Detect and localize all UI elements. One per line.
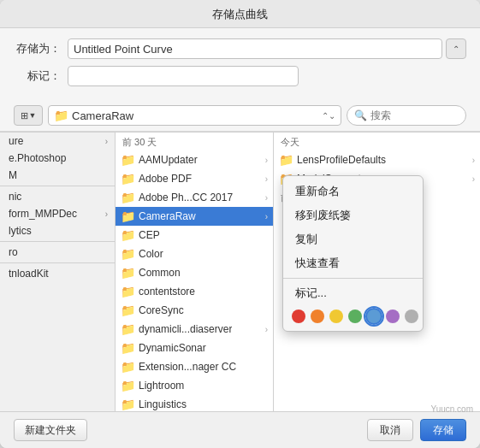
ctx-rename[interactable]: 重新命名 <box>283 180 423 203</box>
mid-item-linguistics-label: Linguistics <box>139 398 187 410</box>
mid-item-contentstore-label: contentstore <box>139 286 195 298</box>
mid-item-cameraraw-label: CameraRaw <box>139 210 196 222</box>
left-item-photoshop[interactable]: e.Photoshop <box>0 150 115 167</box>
mid-item-aamupdater[interactable]: 📁 AAMUpdater › <box>116 150 273 169</box>
chevron-down-icon: ▼ <box>29 111 37 120</box>
folder-icon-lightroom: 📁 <box>121 379 135 392</box>
folder-icon-cameraraw: 📁 <box>121 209 135 223</box>
folder-icon-color: 📁 <box>121 247 135 261</box>
title-bar: 存储点曲线 <box>0 0 480 28</box>
dot-green[interactable] <box>348 309 362 323</box>
grid-icon: ⊞ <box>21 110 28 121</box>
mid-item-extension[interactable]: 📁 Extension...nager CC <box>116 357 273 376</box>
folder-icon-extension: 📁 <box>121 360 135 374</box>
bottom-bar: 新建文件夹 取消 存储 <box>0 411 480 448</box>
mid-item-dynamicli[interactable]: 📁 dynamicli...diaserver › <box>116 320 273 339</box>
arrow-icon-2: › <box>105 209 108 219</box>
arrow-modelsupport: › <box>472 174 475 184</box>
left-item-ro[interactable]: ro <box>0 244 115 261</box>
section-header-30days: 前 30 天 <box>116 133 273 150</box>
folder-icon-ph: 📁 <box>121 191 135 204</box>
left-divider-2 <box>0 241 115 242</box>
dot-red[interactable] <box>292 309 305 323</box>
left-item-lytics[interactable]: lytics <box>0 222 115 239</box>
search-box: 🔍 <box>347 105 466 126</box>
ctx-copy[interactable]: 复制 <box>283 227 423 251</box>
left-item-nic-label: nic <box>9 191 21 203</box>
folder-icon-contentstore: 📁 <box>121 285 135 298</box>
middle-pane: 前 30 天 📁 AAMUpdater › 📁 Adobe PDF › 📁 Ad… <box>116 133 274 411</box>
mid-item-dynamicsonar-label: DynamicSonar <box>139 342 206 354</box>
mid-item-dynamicsonar[interactable]: 📁 DynamicSonar <box>116 339 273 357</box>
dot-purple[interactable] <box>386 309 400 323</box>
mid-item-common[interactable]: 📁 Common <box>116 263 273 282</box>
arrow-lensprofile: › <box>472 156 475 165</box>
filename-input[interactable] <box>68 38 442 59</box>
ctx-divider <box>283 278 423 279</box>
ctx-quicklook[interactable]: 快速查看 <box>283 251 423 275</box>
left-item-tnloadkit[interactable]: tnloadKit <box>0 265 115 282</box>
dot-gray[interactable] <box>405 309 418 323</box>
mid-item-common-label: Common <box>139 267 181 279</box>
form-area: 存储为： ⌃ 标记： <box>0 28 480 100</box>
mid-item-lightroom[interactable]: 📁 Lightroom <box>116 376 273 395</box>
left-item-form-label: form_MMPDec <box>9 208 77 220</box>
mid-item-linguistics[interactable]: 📁 Linguistics <box>116 395 273 411</box>
view-mode-btn[interactable]: ⊞ ▼ <box>14 105 43 126</box>
folder-icon: 📁 <box>54 109 68 122</box>
ctx-trash[interactable]: 移到废纸篓 <box>283 203 423 227</box>
toolbar: ⊞ ▼ 📁 CameraRaw ⌃⌄ 🔍 <box>0 100 480 132</box>
left-item-m[interactable]: M <box>0 167 115 184</box>
mid-item-contentstore[interactable]: 📁 contentstore <box>116 282 273 301</box>
mid-item-adobeph[interactable]: 📁 Adobe Ph...CC 2017 › <box>116 188 273 207</box>
tag-label: 标记： <box>14 68 61 84</box>
cancel-button[interactable]: 取消 <box>367 419 413 441</box>
left-item-nic[interactable]: nic <box>0 188 115 205</box>
filename-input-wrap: ⌃ <box>68 38 466 59</box>
dot-orange[interactable] <box>311 309 324 323</box>
folder-selector[interactable]: 📁 CameraRaw ⌃⌄ <box>48 105 341 126</box>
mid-item-coresync[interactable]: 📁 CoreSync <box>116 301 273 320</box>
right-item-lensprofile-label: LensProfileDefaults <box>297 154 386 166</box>
filename-row: 存储为： ⌃ <box>14 38 466 59</box>
mid-item-adobepdf[interactable]: 📁 Adobe PDF › <box>116 169 273 188</box>
left-item-m-label: M <box>9 169 17 181</box>
mid-item-cep[interactable]: 📁 CEP <box>116 226 273 245</box>
mid-item-color[interactable]: 📁 Color <box>116 245 273 263</box>
tag-input[interactable] <box>68 66 299 86</box>
arrow-pdf: › <box>265 174 268 184</box>
mid-item-lightroom-label: Lightroom <box>139 380 184 392</box>
folder-icon-dynamicsonar: 📁 <box>121 341 135 355</box>
left-item-ure[interactable]: ure › <box>0 133 115 150</box>
arrow-aam: › <box>265 156 268 165</box>
search-icon: 🔍 <box>354 109 367 121</box>
filename-dropdown-btn[interactable]: ⌃ <box>446 38 466 59</box>
search-input[interactable] <box>370 109 459 121</box>
dot-blue[interactable] <box>367 309 381 323</box>
browser-area: ure › e.Photoshop M nic form_MMPDec › ly… <box>0 132 480 411</box>
tag-row: 标记： <box>14 66 466 86</box>
left-item-form[interactable]: form_MMPDec › <box>0 205 115 222</box>
arrow-ph: › <box>265 193 268 203</box>
folder-select-chevron: ⌃⌄ <box>322 111 335 121</box>
section-header-today: 今天 <box>274 133 480 150</box>
mid-item-cameraraw[interactable]: 📁 CameraRaw › <box>116 207 273 226</box>
save-dialog-window: 存储点曲线 存储为： ⌃ 标记： ⊞ ▼ 📁 CameraRaw ⌃⌄ 🔍 <box>0 0 480 448</box>
arrow-dynamicli: › <box>265 325 268 334</box>
right-item-lensprofile[interactable]: 📁 LensProfileDefaults › <box>274 150 480 169</box>
folder-icon-common: 📁 <box>121 266 135 280</box>
folder-select-text: CameraRaw <box>72 109 318 122</box>
dot-yellow[interactable] <box>329 309 343 323</box>
save-button[interactable]: 存储 <box>420 419 466 441</box>
arrow-icon: › <box>105 137 108 146</box>
mid-item-cep-label: CEP <box>139 229 160 241</box>
folder-icon-linguistics: 📁 <box>121 398 135 411</box>
arrow-cameraraw: › <box>265 212 268 221</box>
new-folder-button[interactable]: 新建文件夹 <box>14 419 87 441</box>
mid-item-color-label: Color <box>139 248 163 260</box>
window-title: 存储点曲线 <box>212 8 268 21</box>
left-divider-1 <box>0 186 115 186</box>
ctx-tag-label[interactable]: 标记... <box>283 281 423 305</box>
mid-item-coresync-label: CoreSync <box>139 304 184 316</box>
save-as-label: 存储为： <box>14 41 61 56</box>
